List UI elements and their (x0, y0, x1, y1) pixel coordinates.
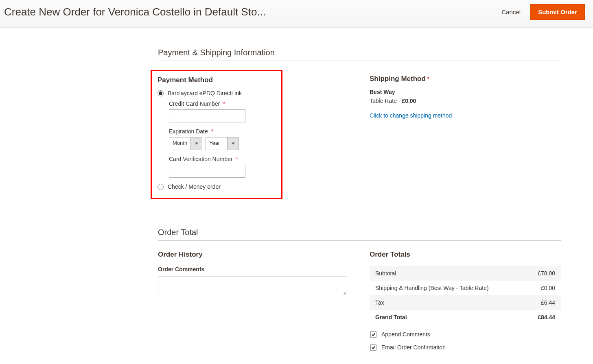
submit-order-button[interactable]: Submit Order (530, 4, 585, 20)
payment-method-highlight: Payment Method Barclaycard ePDQ DirectLi… (151, 70, 282, 199)
order-history-title: Order History (158, 251, 370, 259)
radio-selected-icon (158, 90, 164, 96)
payment-shipping-heading: Payment & Shipping Information (158, 48, 561, 61)
page-title: Create New Order for Veronica Costello i… (4, 6, 266, 18)
shipping-method-name: Best Way (370, 89, 561, 95)
checkbox-checked-icon (370, 331, 376, 338)
order-comments-textarea[interactable] (158, 277, 347, 295)
order-total-heading: Order Total (158, 228, 561, 241)
payment-option-check[interactable]: Check / Money order (158, 183, 276, 190)
shipping-method-title: Shipping Method* (370, 75, 561, 83)
change-shipping-link[interactable]: Click to change shipping method (370, 112, 452, 119)
cc-number-label: Credit Card Number* (169, 100, 276, 107)
shipping-rate: Table Rate - £0.00 (370, 98, 561, 104)
cvv-input[interactable] (169, 165, 245, 178)
cvv-label: Card Verification Number* (169, 156, 276, 162)
order-comments-label: Order Comments (158, 266, 370, 272)
order-totals-table: Subtotal £78.00 Shipping & Handling (Bes… (370, 266, 561, 325)
svg-marker-1 (232, 143, 235, 145)
payment-option-label: Barclaycard ePDQ DirectLink (168, 90, 242, 96)
expiration-month-select[interactable]: Month (169, 137, 202, 150)
email-confirmation-checkbox-row[interactable]: Email Order Confirmation (370, 344, 561, 351)
totals-row-shipping: Shipping & Handling (Best Way - Table Ra… (370, 281, 561, 295)
expiration-label: Expiration Date* (169, 128, 276, 135)
radio-unselected-icon (158, 184, 164, 190)
append-comments-label: Append Comments (381, 331, 430, 338)
cc-number-input[interactable] (169, 109, 245, 122)
checkbox-checked-icon (370, 344, 376, 351)
payment-option-label: Check / Money order (168, 183, 221, 190)
chevron-down-icon (227, 137, 239, 150)
totals-row-tax: Tax £6.44 (370, 295, 561, 310)
expiration-year-select[interactable]: Year (206, 137, 239, 150)
totals-row-grand: Grand Total £84.44 (370, 310, 561, 325)
email-confirmation-label: Email Order Confirmation (381, 344, 446, 351)
page-header: Create New Order for Veronica Costello i… (0, 0, 593, 28)
totals-row-subtotal: Subtotal £78.00 (370, 266, 561, 281)
header-actions: Cancel Submit Order (501, 4, 585, 20)
payment-option-barclaycard[interactable]: Barclaycard ePDQ DirectLink (158, 90, 276, 96)
svg-marker-0 (195, 143, 198, 145)
chevron-down-icon (190, 137, 202, 150)
payment-method-title: Payment Method (158, 76, 276, 84)
order-totals-title: Order Totals (370, 251, 561, 259)
cancel-button[interactable]: Cancel (501, 9, 521, 15)
append-comments-checkbox-row[interactable]: Append Comments (370, 331, 561, 338)
